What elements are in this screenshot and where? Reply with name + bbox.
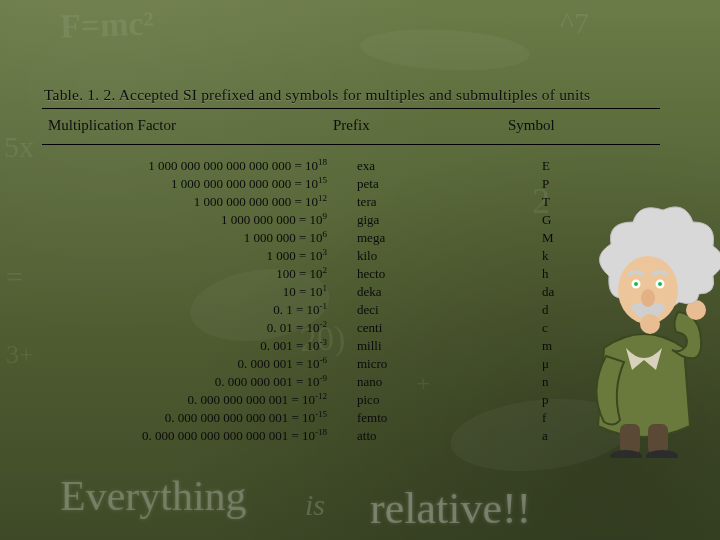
symbol-cell: p bbox=[542, 391, 660, 409]
chalk-caret: ^7 bbox=[560, 6, 589, 40]
symbol-cell: M bbox=[542, 229, 660, 247]
table-title: Table. 1. 2. Accepted SI prefixed and sy… bbox=[42, 86, 660, 109]
factor-cell: 0. 1 = 10-1 bbox=[42, 301, 327, 319]
factor-cell: 0. 001 = 10-3 bbox=[42, 337, 327, 355]
chalk-fivex: 5x bbox=[4, 130, 34, 164]
symbol-cell: f bbox=[542, 409, 660, 427]
factor-cell: 10 = 101 bbox=[42, 283, 327, 301]
symbol-cell: c bbox=[542, 319, 660, 337]
symbol-cell: da bbox=[542, 283, 660, 301]
symbol-cell: n bbox=[542, 373, 660, 391]
prefix-cell: nano bbox=[357, 373, 532, 391]
header-factor: Multiplication Factor bbox=[48, 117, 333, 134]
symbol-cell: T bbox=[542, 193, 660, 211]
prefix-cell: deci bbox=[357, 301, 532, 319]
prefix-cell: giga bbox=[357, 211, 532, 229]
prefix-cell: pico bbox=[357, 391, 532, 409]
factor-cell: 0. 000 000 001 = 10-9 bbox=[42, 373, 327, 391]
header-symbol: Symbol bbox=[508, 117, 654, 134]
chalk-formula: F=mc² bbox=[59, 4, 154, 45]
column-prefix: exapetateragigamegakilohectodekadecicent… bbox=[327, 157, 532, 445]
table-header-row: Multiplication Factor Prefix Symbol bbox=[42, 109, 660, 145]
chalk-erase-mark bbox=[359, 26, 531, 75]
prefix-cell: exa bbox=[357, 157, 532, 175]
symbol-cell: P bbox=[542, 175, 660, 193]
chalk-threeplus: 3+ bbox=[6, 340, 34, 370]
svg-point-0 bbox=[686, 300, 706, 320]
prefix-cell: tera bbox=[357, 193, 532, 211]
prefix-cell: peta bbox=[357, 175, 532, 193]
symbol-cell: h bbox=[542, 265, 660, 283]
symbol-cell: k bbox=[542, 247, 660, 265]
svg-point-10 bbox=[610, 450, 642, 458]
factor-cell: 1 000 = 103 bbox=[42, 247, 327, 265]
symbol-cell: a bbox=[542, 427, 660, 445]
symbol-cell: m bbox=[542, 337, 660, 355]
table-body: 1 000 000 000 000 000 000 = 10181 000 00… bbox=[42, 145, 660, 445]
prefix-cell: atto bbox=[357, 427, 532, 445]
header-prefix: Prefix bbox=[333, 117, 508, 134]
factor-cell: 1 000 000 = 106 bbox=[42, 229, 327, 247]
factor-cell: 0. 000 001 = 10-6 bbox=[42, 355, 327, 373]
prefix-cell: kilo bbox=[357, 247, 532, 265]
symbol-cell: G bbox=[542, 211, 660, 229]
factor-cell: 1 000 000 000 = 109 bbox=[42, 211, 327, 229]
factor-cell: 1 000 000 000 000 = 1012 bbox=[42, 193, 327, 211]
factor-cell: 0. 000 000 000 001 = 10-12 bbox=[42, 391, 327, 409]
si-prefix-table: Table. 1. 2. Accepted SI prefixed and sy… bbox=[42, 86, 660, 445]
prefix-cell: femto bbox=[357, 409, 532, 427]
column-factor: 1 000 000 000 000 000 000 = 10181 000 00… bbox=[42, 157, 327, 445]
factor-cell: 0. 000 000 000 000 001 = 10-15 bbox=[42, 409, 327, 427]
factor-cell: 100 = 102 bbox=[42, 265, 327, 283]
chalk-everything: Everything bbox=[60, 472, 247, 520]
chalk-is: is bbox=[305, 488, 325, 522]
factor-cell: 1 000 000 000 000 000 = 1015 bbox=[42, 175, 327, 193]
symbol-cell: μ bbox=[542, 355, 660, 373]
chalk-equals: = bbox=[6, 260, 23, 294]
prefix-cell: mega bbox=[357, 229, 532, 247]
prefix-cell: hecto bbox=[357, 265, 532, 283]
prefix-cell: centi bbox=[357, 319, 532, 337]
prefix-cell: deka bbox=[357, 283, 532, 301]
symbol-cell: d bbox=[542, 301, 660, 319]
factor-cell: 1 000 000 000 000 000 000 = 1018 bbox=[42, 157, 327, 175]
column-symbol: EPTGMkhdadcmμnpfa bbox=[532, 157, 660, 445]
factor-cell: 0. 000 000 000 000 000 001 = 10-18 bbox=[42, 427, 327, 445]
svg-point-11 bbox=[646, 450, 678, 458]
chalk-relative: relative!! bbox=[370, 483, 531, 534]
prefix-cell: milli bbox=[357, 337, 532, 355]
factor-cell: 0. 01 = 10-2 bbox=[42, 319, 327, 337]
prefix-cell: micro bbox=[357, 355, 532, 373]
symbol-cell: E bbox=[542, 157, 660, 175]
